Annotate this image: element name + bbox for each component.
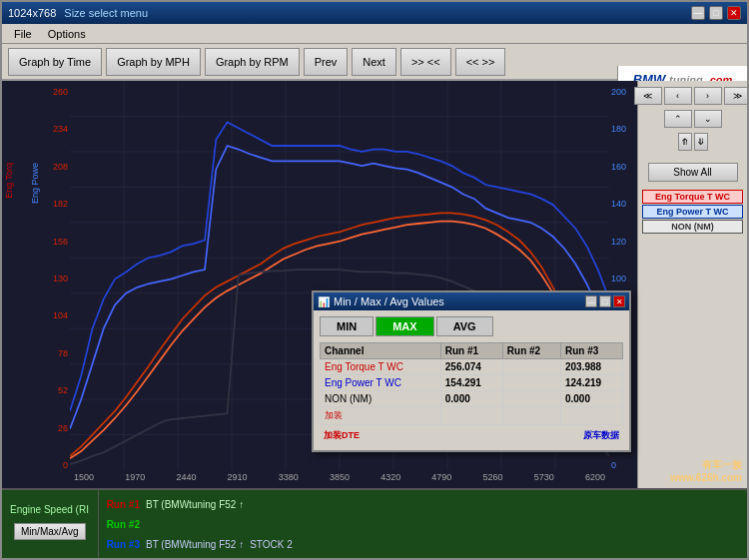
run3-non-val: 0.000 (560, 391, 622, 407)
graph-by-mph-button[interactable]: Graph by MPH (106, 48, 201, 76)
titlebar-left: 1024x768 Size select menu (8, 7, 148, 19)
options-menu[interactable]: Options (40, 26, 94, 42)
watermark: 有车一族 www.626h.com (670, 458, 742, 483)
run1-detail: BT (BMWtuning F52 ↑ (146, 499, 244, 510)
y-axis-left: 260 234 208 182 156 130 104 78 52 26 0 (42, 81, 70, 488)
run1-info-row: Run #1 BT (BMWtuning F52 ↑ (107, 499, 739, 510)
modal-maximize-button[interactable]: □ (599, 295, 611, 307)
annotation1 (440, 407, 502, 425)
modal-content: MIN MAX AVG Channel Run #1 Run #2 Run #3 (314, 310, 629, 450)
menubar: File Options (2, 24, 747, 44)
scroll-left-button[interactable]: › (694, 87, 722, 105)
modal-title: Min / Max / Avg Values (334, 295, 444, 307)
watermark-line2: www.626h.com (670, 472, 742, 483)
power-axis-label: Eng Powe (30, 163, 40, 204)
close-button[interactable]: ✕ (727, 6, 741, 20)
engine-speed-row: Engine Speed (RI (10, 504, 90, 515)
tab-min[interactable]: MIN (320, 316, 374, 336)
prev-button[interactable]: Prev (304, 48, 349, 76)
scroll-up-fast-button[interactable]: ⤊ (678, 133, 692, 151)
run2-label: Run #2 (107, 519, 140, 530)
size-menu-label[interactable]: Size select menu (64, 7, 148, 19)
run1-label: Run #1 (107, 499, 140, 510)
annotation1-text: 加装DTE (324, 429, 360, 442)
table-row: Eng Torque T WC 256.074 203.988 (321, 359, 623, 375)
tab-avg[interactable]: AVG (436, 316, 493, 336)
col-run1: Run #1 (440, 343, 502, 359)
forward-double-button[interactable]: >> << (400, 48, 451, 76)
scroll-right-button[interactable]: ‹ (664, 87, 692, 105)
channel-non: NON (NM) (321, 391, 441, 407)
annotation2 (560, 407, 622, 425)
scroll-down-fast-button[interactable]: ⤋ (694, 133, 708, 151)
modal-close-button[interactable]: ✕ (613, 295, 625, 307)
legend-non: NON (NM) (642, 220, 743, 234)
back-double-button[interactable]: << >> (455, 48, 506, 76)
show-all-button[interactable]: Show All (648, 163, 738, 182)
modal-table: Channel Run #1 Run #2 Run #3 Eng Torque … (320, 342, 623, 425)
modal-tabs: MIN MAX AVG (320, 316, 623, 336)
statusbar: Engine Speed (RI Min/Max/Avg Run #1 BT (… (2, 488, 747, 558)
modal-titlebar-buttons: — □ ✕ (585, 295, 625, 307)
minimize-button[interactable]: — (691, 6, 705, 20)
table-row: Eng Power T WC 154.291 124.219 (321, 375, 623, 391)
run3-info-row: Run #3 BT (BMWtuning F52 ↑ STOCK 2 (107, 539, 739, 550)
tab-max[interactable]: MAX (375, 316, 433, 336)
maximize-button[interactable]: □ (709, 6, 723, 20)
modal-dialog: 📊 Min / Max / Avg Values — □ ✕ MIN MAX A… (312, 290, 631, 452)
right-panel: ≪ ‹ › ≫ ⌃ ⌄ ⤊ ⤋ Show All Eng Torque T WC (637, 81, 747, 488)
channel-torque: Eng Torque T WC (321, 359, 441, 375)
stock-label: STOCK 2 (250, 539, 293, 550)
file-menu[interactable]: File (6, 26, 40, 42)
run1-power-val: 154.291 (440, 375, 502, 391)
graph-by-rpm-button[interactable]: Graph by RPM (205, 48, 300, 76)
scroll-down-button[interactable]: ⌄ (694, 110, 722, 128)
annotation2-text: 原车数据 (583, 429, 619, 442)
graph-by-time-button[interactable]: Graph by Time (8, 48, 102, 76)
table-row: NON (NM) 0.000 0.000 (321, 391, 623, 407)
legend-torque: Eng Torque T WC (642, 190, 743, 204)
scroll-left-fast-button[interactable]: ≫ (724, 87, 748, 105)
run3-power-val: 124.219 (560, 375, 622, 391)
run1-torque-val: 256.074 (440, 359, 502, 375)
legend-power: Eng Power T WC (642, 205, 743, 219)
run3-label: Run #3 (107, 539, 140, 550)
run1-row: Min/Max/Avg (10, 519, 90, 544)
run1-non-val: 0.000 (440, 391, 502, 407)
col-run3: Run #3 (560, 343, 622, 359)
run2-power-val (502, 375, 560, 391)
resolution-label: 1024x768 (8, 7, 56, 19)
annotation-spacer (502, 407, 560, 425)
scroll-right-fast-button[interactable]: ≪ (634, 87, 662, 105)
run3-torque-val: 203.988 (560, 359, 622, 375)
scroll-up-button[interactable]: ⌃ (664, 110, 692, 128)
table-row-annotations: 加装 (321, 407, 623, 425)
legend: Eng Torque T WC Eng Power T WC NON (NM) (638, 186, 747, 238)
run2-info-row: Run #2 (107, 519, 739, 530)
annotation-label: 加装 (321, 407, 441, 425)
modal-titlebar: 📊 Min / Max / Avg Values — □ ✕ (314, 292, 629, 310)
run2-non-val (502, 391, 560, 407)
next-button[interactable]: Next (352, 48, 396, 76)
col-channel: Channel (321, 343, 441, 359)
titlebar-controls: — □ ✕ (691, 6, 741, 20)
x-axis: 1500 1970 2440 2910 3380 3850 4320 4790 … (70, 470, 609, 488)
minmaxavg-button[interactable]: Min/Max/Avg (14, 523, 86, 540)
run3-detail: BT (BMWtuning F52 ↑ (146, 539, 244, 550)
titlebar: 1024x768 Size select menu — □ ✕ (2, 2, 747, 24)
col-run2: Run #2 (502, 343, 560, 359)
torque-axis-label: Eng Torq (4, 163, 14, 199)
channel-power: Eng Power T WC (321, 375, 441, 391)
watermark-line1: 有车一族 (670, 458, 742, 472)
modal-minimize-button[interactable]: — (585, 295, 597, 307)
engine-speed-label: Engine Speed (RI (10, 504, 89, 515)
run2-torque-val (502, 359, 560, 375)
